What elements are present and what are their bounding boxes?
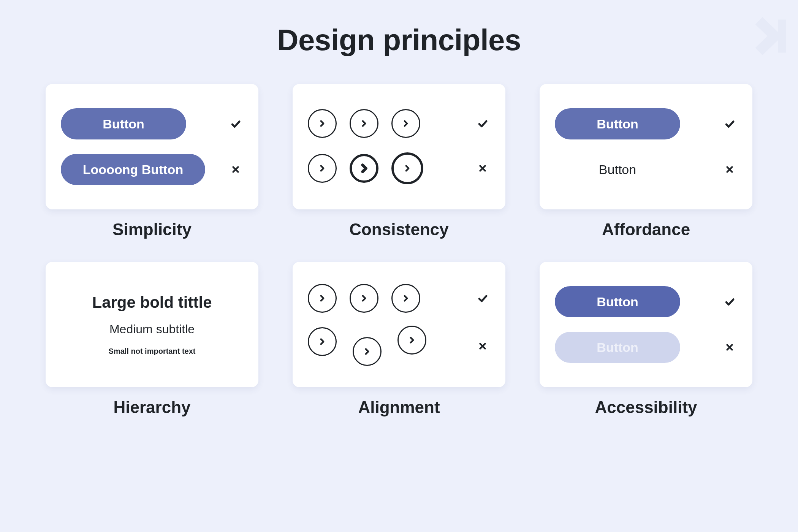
check-icon — [722, 294, 737, 309]
cross-icon — [722, 162, 737, 177]
chevron-right-icon — [353, 337, 382, 366]
affordance-bad-button[interactable]: Button — [555, 154, 680, 185]
chevron-right-icon — [308, 327, 337, 356]
svg-rect-0 — [778, 20, 786, 53]
principle-simplicity: Button Loooong Button Simplicity — [46, 84, 258, 239]
chevron-right-icon — [308, 284, 337, 313]
chevron-right-icon — [350, 154, 378, 183]
check-icon — [228, 116, 243, 131]
hierarchy-large-text: Large bold tittle — [92, 293, 212, 312]
affordance-caption: Affordance — [540, 220, 752, 239]
alignment-card — [293, 262, 505, 387]
affordance-card: Button Button — [540, 84, 752, 209]
accessibility-bad-button[interactable]: Button — [555, 332, 680, 363]
cross-icon — [228, 162, 243, 177]
chevron-right-icon — [397, 326, 426, 355]
chevron-right-icon — [350, 284, 378, 313]
simplicity-good-button[interactable]: Button — [61, 108, 186, 139]
chevron-right-icon — [391, 109, 420, 138]
hierarchy-caption: Hierarchy — [46, 398, 258, 417]
alignment-good-row — [308, 284, 420, 313]
affordance-good-button[interactable]: Button — [555, 108, 680, 139]
alignment-bad-row — [308, 327, 433, 365]
principles-grid: Button Loooong Button Simplicity — [46, 84, 752, 417]
page-title: Design principles — [46, 23, 752, 57]
principle-accessibility: Button Button Accessibility — [540, 262, 752, 417]
consistency-bad-row — [308, 152, 423, 184]
accessibility-card: Button Button — [540, 262, 752, 387]
hierarchy-small-text: Small not important text — [109, 347, 196, 356]
alignment-caption: Alignment — [293, 398, 505, 417]
consistency-good-row — [308, 109, 420, 138]
hierarchy-card: Large bold tittle Medium subtitle Small … — [46, 262, 258, 387]
accessibility-good-button[interactable]: Button — [555, 286, 680, 317]
cross-icon — [475, 339, 490, 354]
chevron-right-icon — [391, 284, 420, 313]
chevron-right-icon — [308, 154, 337, 183]
chevron-right-icon — [350, 109, 378, 138]
chevron-right-icon — [308, 109, 337, 138]
simplicity-card: Button Loooong Button — [46, 84, 258, 209]
brand-logo-icon — [753, 15, 787, 57]
principle-affordance: Button Button Affordance — [540, 84, 752, 239]
principle-alignment: Alignment — [293, 262, 505, 417]
hierarchy-medium-text: Medium subtitle — [109, 322, 195, 336]
accessibility-caption: Accessibility — [540, 398, 752, 417]
simplicity-caption: Simplicity — [46, 220, 258, 239]
consistency-card — [293, 84, 505, 209]
chevron-right-icon — [391, 152, 423, 184]
cross-icon — [475, 161, 490, 176]
check-icon — [722, 116, 737, 131]
check-icon — [475, 116, 490, 131]
check-icon — [475, 291, 490, 306]
consistency-caption: Consistency — [293, 220, 505, 239]
principle-hierarchy: Large bold tittle Medium subtitle Small … — [46, 262, 258, 417]
principle-consistency: Consistency — [293, 84, 505, 239]
simplicity-bad-button[interactable]: Loooong Button — [61, 154, 205, 185]
cross-icon — [722, 340, 737, 355]
